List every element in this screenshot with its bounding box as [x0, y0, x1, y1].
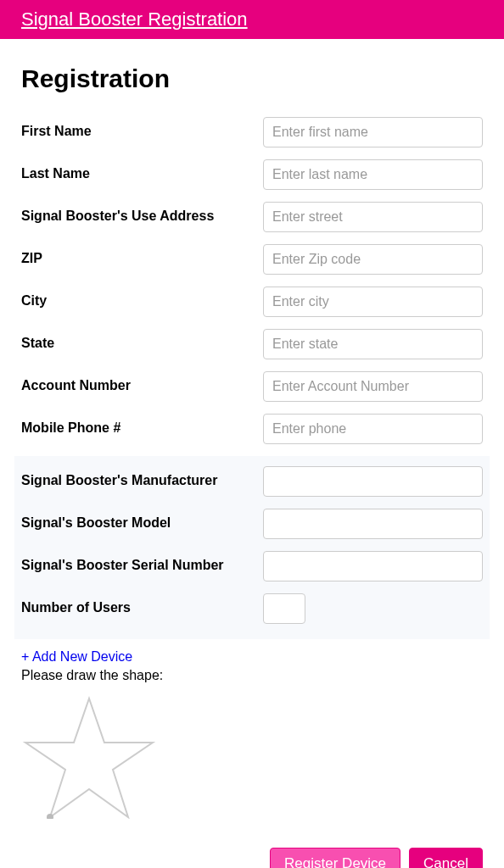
row-num-users: Number of Users [21, 593, 483, 624]
label-account-number: Account Number [21, 371, 263, 393]
row-first-name: First Name [21, 117, 483, 147]
button-row: Register Device Cancel [21, 848, 483, 868]
register-button[interactable]: Register Device [270, 848, 400, 868]
svg-marker-0 [25, 698, 153, 817]
row-manufacturer: Signal Booster's Manufacturer [21, 466, 483, 497]
row-serial: Signal's Booster Serial Number [21, 551, 483, 581]
star-captcha[interactable] [21, 692, 483, 822]
row-state: State [21, 329, 483, 359]
row-model: Signal's Booster Model [21, 509, 483, 539]
main-content: Registration First Name Last Name Signal… [0, 39, 504, 868]
input-use-address[interactable] [263, 202, 483, 232]
label-first-name: First Name [21, 117, 263, 139]
header-title-link[interactable]: Signal Booster Registration [21, 8, 248, 30]
label-zip: ZIP [21, 244, 263, 266]
input-first-name[interactable] [263, 117, 483, 147]
add-device-link[interactable]: + Add New Device [21, 649, 132, 665]
label-mobile-phone: Mobile Phone # [21, 414, 263, 436]
label-city: City [21, 287, 263, 309]
page-title: Registration [21, 64, 483, 93]
label-serial: Signal's Booster Serial Number [21, 551, 263, 573]
input-state[interactable] [263, 329, 483, 359]
label-use-address: Signal Booster's Use Address [21, 202, 263, 224]
input-manufacturer[interactable] [263, 466, 483, 497]
input-num-users[interactable] [263, 593, 305, 624]
row-use-address: Signal Booster's Use Address [21, 202, 483, 232]
label-manufacturer: Signal Booster's Manufacturer [21, 466, 263, 488]
device-section: Signal Booster's Manufacturer Signal's B… [14, 456, 490, 639]
input-serial[interactable] [263, 551, 483, 581]
input-last-name[interactable] [263, 159, 483, 190]
row-account-number: Account Number [21, 371, 483, 402]
star-icon [21, 692, 157, 819]
row-mobile-phone: Mobile Phone # [21, 414, 483, 444]
label-model: Signal's Booster Model [21, 509, 263, 531]
input-model[interactable] [263, 509, 483, 539]
row-city: City [21, 287, 483, 317]
label-num-users: Number of Users [21, 593, 263, 615]
row-last-name: Last Name [21, 159, 483, 190]
input-account-number[interactable] [263, 371, 483, 402]
input-city[interactable] [263, 287, 483, 317]
draw-shape-label: Please draw the shape: [21, 668, 483, 683]
label-state: State [21, 329, 263, 351]
page-header: Signal Booster Registration [0, 0, 504, 39]
row-zip: ZIP [21, 244, 483, 275]
input-zip[interactable] [263, 244, 483, 275]
cancel-button[interactable]: Cancel [409, 848, 483, 868]
label-last-name: Last Name [21, 159, 263, 181]
input-mobile-phone[interactable] [263, 414, 483, 444]
